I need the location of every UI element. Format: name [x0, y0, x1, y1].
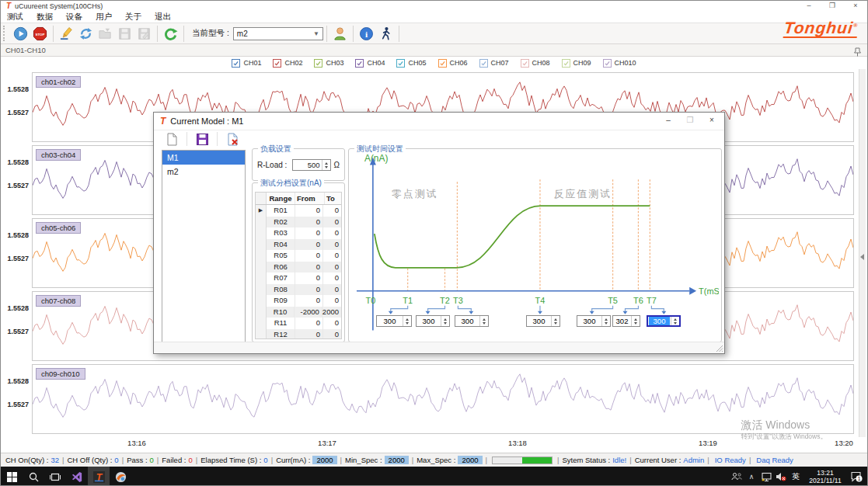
task-view-button[interactable]	[44, 467, 66, 486]
exit-walk-icon[interactable]	[376, 24, 396, 43]
from-cell[interactable]: 0	[295, 262, 323, 273]
edit-icon[interactable]	[57, 24, 76, 43]
to-cell[interactable]: 0	[323, 239, 341, 251]
from-cell[interactable]: 0	[295, 250, 323, 262]
network-warning-icon[interactable]	[760, 470, 772, 483]
spinner-arrows[interactable]	[441, 316, 449, 326]
range-row-r02[interactable]: R0200	[256, 217, 341, 228]
to-cell[interactable]: 0	[323, 273, 341, 284]
range-row-r01[interactable]: ▶R0100	[256, 205, 341, 217]
model-list-item-m2[interactable]: m2	[162, 165, 245, 179]
timer-input-t1[interactable]: 300	[376, 315, 412, 327]
spinner-arrows[interactable]	[551, 316, 559, 326]
from-cell[interactable]: 0	[295, 295, 323, 307]
timer-input-t6[interactable]: 302	[612, 315, 640, 327]
taskbar-visual-studio-icon[interactable]	[66, 467, 88, 486]
range-row-r03[interactable]: R0300	[256, 227, 341, 239]
range-cell[interactable]: R08	[267, 284, 295, 296]
from-cell[interactable]: 0	[295, 284, 323, 296]
range-row-r05[interactable]: R0500	[256, 250, 341, 262]
to-cell[interactable]: 0	[323, 217, 341, 228]
to-cell[interactable]: 0	[323, 250, 341, 262]
range-cell[interactable]: R06	[267, 262, 295, 273]
range-cell[interactable]: R10	[267, 307, 295, 318]
range-row-r11[interactable]: R1100	[256, 318, 341, 329]
range-cell[interactable]: R12	[267, 329, 295, 340]
range-cell[interactable]: R09	[267, 295, 295, 307]
model-select[interactable]: m2 ▼	[233, 27, 323, 40]
window-close-button[interactable]: ×	[844, 1, 867, 11]
menu-item-1[interactable]: 数据	[37, 12, 53, 23]
to-cell[interactable]: 2000	[322, 307, 341, 318]
new-model-icon[interactable]	[162, 130, 182, 148]
channel-checkbox-ch010[interactable]: CH010	[603, 59, 636, 68]
channel-checkbox-ch09[interactable]: CH09	[562, 59, 591, 68]
rload-input[interactable]: 500	[292, 159, 331, 171]
to-cell[interactable]: 0	[323, 262, 341, 273]
save-model-icon[interactable]	[192, 130, 212, 148]
to-cell[interactable]: 0	[323, 318, 341, 329]
taskbar-app2-icon[interactable]	[110, 467, 131, 486]
range-row-r07[interactable]: R0700	[256, 273, 341, 284]
from-cell[interactable]: 0	[295, 227, 323, 239]
from-cell[interactable]: 0	[295, 217, 323, 228]
from-cell[interactable]: 0	[295, 239, 323, 251]
ime-indicator[interactable]: 英	[790, 471, 802, 482]
channel-checkbox-ch04[interactable]: CH04	[355, 59, 385, 68]
to-cell[interactable]: 0	[323, 329, 341, 340]
from-cell[interactable]: 0	[295, 329, 323, 340]
range-cell[interactable]: R01	[267, 205, 295, 217]
stop-button[interactable]: STOP	[30, 24, 50, 43]
speaker-muted-icon[interactable]	[775, 470, 787, 483]
people-tray-icon[interactable]	[730, 470, 743, 483]
timer-input-t3[interactable]: 300	[455, 315, 489, 327]
info-icon[interactable]: i	[357, 24, 376, 43]
to-cell[interactable]: 0	[323, 227, 341, 239]
open-icon[interactable]	[96, 24, 115, 43]
sync-icon[interactable]	[76, 24, 96, 43]
from-cell[interactable]: 0	[295, 318, 323, 329]
menu-item-0[interactable]: 测试	[7, 12, 23, 23]
to-cell[interactable]: 0	[323, 295, 341, 307]
window-restore-button[interactable]: ❐	[821, 1, 844, 11]
range-cell[interactable]: R05	[267, 250, 295, 262]
model-list-item-m1[interactable]: M1	[162, 151, 245, 165]
timer-input-t2[interactable]: 300	[416, 315, 450, 327]
channel-checkbox-ch03[interactable]: CH03	[314, 59, 343, 68]
channel-checkbox-ch08[interactable]: CH08	[521, 59, 550, 68]
range-cell[interactable]: R04	[267, 239, 295, 251]
channel-checkbox-ch06[interactable]: CH06	[438, 59, 468, 68]
refresh-icon[interactable]	[161, 24, 180, 43]
from-cell[interactable]: -2000	[295, 307, 322, 318]
range-row-r09[interactable]: R0900	[256, 295, 341, 307]
timer-input-t4[interactable]: 300	[526, 315, 560, 327]
spinner-arrows[interactable]	[631, 316, 640, 326]
taskbar-current-app-icon[interactable]: T	[88, 467, 110, 486]
notification-center-icon[interactable]: 1	[849, 470, 864, 483]
timer-input-t7[interactable]: 300	[647, 315, 681, 327]
range-row-r04[interactable]: R0400	[256, 239, 341, 251]
from-cell[interactable]: 0	[295, 205, 323, 217]
run-button[interactable]	[11, 24, 30, 43]
range-cell[interactable]: R03	[267, 227, 295, 239]
range-cell[interactable]: R11	[267, 318, 295, 329]
timer-input-t5[interactable]: 300	[577, 315, 611, 327]
to-cell[interactable]: 0	[323, 205, 341, 217]
taskbar-clock[interactable]: 13:21 2021/11/11	[804, 469, 846, 484]
menu-item-5[interactable]: 退出	[155, 12, 171, 23]
dialog-minimize-button[interactable]: –	[657, 113, 679, 128]
start-button[interactable]	[1, 467, 23, 486]
from-cell[interactable]: 0	[295, 273, 323, 284]
range-row-r10[interactable]: R10-20002000	[256, 307, 341, 318]
resize-grip[interactable]	[716, 345, 723, 352]
channel-checkbox-ch05[interactable]: CH05	[396, 59, 426, 68]
dialog-maximize-button[interactable]: ❐	[679, 113, 701, 128]
channel-checkbox-ch07[interactable]: CH07	[479, 59, 509, 68]
delete-model-icon[interactable]	[222, 130, 242, 148]
spinner-arrows[interactable]	[671, 317, 679, 325]
channel-checkbox-ch02[interactable]: CH02	[273, 59, 302, 68]
range-row-r08[interactable]: R0800	[256, 284, 341, 296]
menu-item-3[interactable]: 用户	[96, 12, 112, 23]
dialog-close-button[interactable]: ×	[701, 113, 723, 128]
channel-checkbox-ch01[interactable]: CH01	[232, 59, 261, 68]
